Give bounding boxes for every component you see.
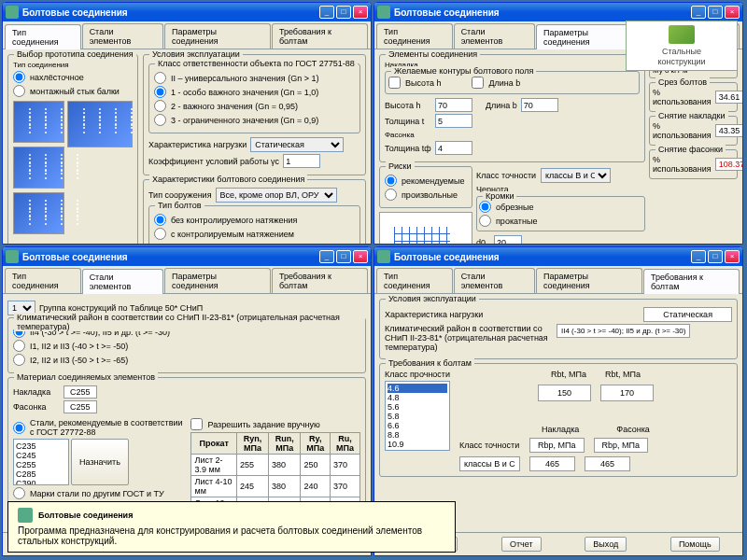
input-tf[interactable] xyxy=(435,141,472,155)
select-struct-type[interactable]: Все, кроме опор ВЛ, ОРУ и КС xyxy=(216,188,337,203)
input-b[interactable] xyxy=(521,98,558,112)
group-title: Условия эксплуатации xyxy=(149,49,243,59)
table-row: Лист 4-10 мм245380240370 xyxy=(191,476,360,497)
list-item[interactable]: С255 xyxy=(16,460,66,469)
titlebar[interactable]: Болтовые соединения _ □ × xyxy=(3,3,371,21)
radio-no-tension[interactable] xyxy=(154,214,166,226)
radio-gn1[interactable] xyxy=(154,72,166,84)
input-t[interactable] xyxy=(435,114,472,128)
group-conditions-br: Условия эксплуатации Характеристика нагр… xyxy=(379,299,738,359)
list-item[interactable]: "селект" xyxy=(388,449,447,451)
group-climate: Климатический район в соответствии со СН… xyxy=(7,317,366,373)
group-title: Класс ответственности объекта по ГОСТ 27… xyxy=(155,59,358,68)
group-snat: Снятие накладки % использования43.35 xyxy=(649,116,738,146)
maximize-button[interactable]: □ xyxy=(336,6,351,19)
radio-beam-label: монтажный стык балки xyxy=(30,87,120,96)
list-item[interactable]: 5.6 xyxy=(388,402,447,412)
list-item[interactable]: С285 xyxy=(16,469,66,479)
radio-beam[interactable] xyxy=(13,85,25,97)
group-conditions: Условия эксплуатации Класс ответственнос… xyxy=(143,54,366,175)
group-title: Выбор прототипа соединения xyxy=(14,49,136,59)
prototype-thumb-2[interactable] xyxy=(13,147,64,189)
badge-icon xyxy=(669,25,695,44)
select-class[interactable]: классы B и C xyxy=(541,168,611,183)
list-item[interactable]: С390 xyxy=(16,479,66,485)
check-manual[interactable] xyxy=(190,418,203,430)
table-row: Лист 2-3.9 мм255380250370 xyxy=(191,455,360,476)
titlebar[interactable]: Болтовые соединения _ □ × xyxy=(374,3,742,21)
group-bolt-req: Требования к болтам Класс прочности 4.64… xyxy=(379,363,738,477)
btn-help[interactable]: Помощь xyxy=(670,537,720,552)
app-icon xyxy=(377,6,390,19)
group-risk: Риски рекомендуемые произвольные xyxy=(379,166,472,208)
group-bolt-type: Тип болтов без контролируемого натяжения… xyxy=(148,205,360,244)
tab-params[interactable]: Параметры соединения xyxy=(164,23,271,49)
prototype-thumb-1[interactable] xyxy=(13,101,64,143)
group-title: Характеристики болтового соединения xyxy=(149,175,307,184)
group-class: Класс ответственности объекта по ГОСТ 27… xyxy=(148,63,360,133)
value-srez: 34.61 xyxy=(715,91,742,104)
close-button[interactable]: × xyxy=(725,6,740,19)
value-sfas: 108.37 xyxy=(715,158,742,171)
input-h[interactable] xyxy=(435,98,472,112)
label-struct-type: Тип сооружения xyxy=(148,190,212,200)
close-button[interactable]: × xyxy=(353,250,368,263)
group-elements: Элементы соединения Накладка Желаемые ко… xyxy=(379,54,645,162)
group-sfas: Снятие фасонки % использования108.37 xyxy=(649,149,738,179)
maximize-button[interactable]: □ xyxy=(708,250,723,263)
tooltip-icon xyxy=(18,508,33,523)
radio-overlap[interactable] xyxy=(13,71,25,83)
radio-overlap-label: нахлёсточное xyxy=(30,73,84,82)
list-item[interactable]: 8.8 xyxy=(388,430,447,440)
input-d0[interactable] xyxy=(494,235,522,244)
strength-list[interactable]: 4.64.85.65.86.68.810.9"селект" xyxy=(385,381,450,451)
minimize-button[interactable]: _ xyxy=(319,250,334,263)
bolt-sketch xyxy=(379,212,472,244)
value-snat: 43.35 xyxy=(715,124,742,137)
list-item[interactable]: 6.6 xyxy=(388,421,447,430)
tooltip: Болтовые соединения Программа предназнач… xyxy=(7,501,456,553)
label-load-char: Характеристика нагрузки xyxy=(148,140,247,149)
minimize-button[interactable]: _ xyxy=(319,6,334,19)
app-icon xyxy=(6,6,19,19)
tab-type[interactable]: Тип соединения xyxy=(5,24,81,49)
radio-tension[interactable] xyxy=(154,228,166,240)
tab-bolts[interactable]: Требования к болтам xyxy=(272,23,368,49)
group-bolt-char: Характеристики болтового соединения Тип … xyxy=(143,179,366,244)
app-icon xyxy=(6,250,19,263)
group-contours: Желаемые контуры болтового поля Высота h… xyxy=(385,71,640,94)
radio-gn3[interactable] xyxy=(154,100,166,112)
maximize-button[interactable]: □ xyxy=(336,250,351,263)
window-top-left: Болтовые соединения _ □ × Тип соединения… xyxy=(2,2,372,245)
assign-button[interactable]: Назначить xyxy=(71,439,129,485)
maximize-button[interactable]: □ xyxy=(708,6,723,19)
close-button[interactable]: × xyxy=(725,250,740,263)
minimize-button[interactable]: _ xyxy=(691,6,706,19)
group-edge: Кромки обрезные прокатные xyxy=(476,196,645,231)
titlebar[interactable]: Болтовые соединения _ □ × xyxy=(3,247,371,266)
list-item[interactable]: 5.8 xyxy=(388,412,447,421)
input-coef[interactable] xyxy=(283,154,320,168)
check-height[interactable] xyxy=(388,77,401,89)
btn-exit[interactable]: Выход xyxy=(585,537,627,552)
close-button[interactable]: × xyxy=(353,6,368,19)
list-item[interactable]: 10.9 xyxy=(388,440,447,449)
select-load-char[interactable]: Статическая xyxy=(250,137,344,152)
radio-gn4[interactable] xyxy=(154,114,166,126)
list-item[interactable]: С235 xyxy=(16,441,66,451)
titlebar[interactable]: Болтовые соединения _ □ × xyxy=(374,247,742,266)
tab-bar: Тип соединения Стали элементов Параметры… xyxy=(3,21,371,49)
tab-steel[interactable]: Стали элементов xyxy=(82,23,163,49)
prototype-preview xyxy=(67,101,133,147)
label-conn-type: Тип соединения xyxy=(13,61,133,69)
list-item[interactable]: С245 xyxy=(16,451,66,460)
minimize-button[interactable]: _ xyxy=(691,250,706,263)
label-coef: Коэффициент условий работы γc xyxy=(148,157,279,166)
btn-report[interactable]: Отчет xyxy=(501,537,542,552)
steel-list[interactable]: С235С245С255С285С390С390КС440 xyxy=(13,439,69,485)
prototype-thumb-3[interactable] xyxy=(13,192,64,234)
radio-gn2[interactable] xyxy=(154,86,166,98)
list-item[interactable]: 4.6 xyxy=(388,384,447,393)
list-item[interactable]: 4.8 xyxy=(388,393,447,402)
check-length[interactable] xyxy=(472,77,484,89)
